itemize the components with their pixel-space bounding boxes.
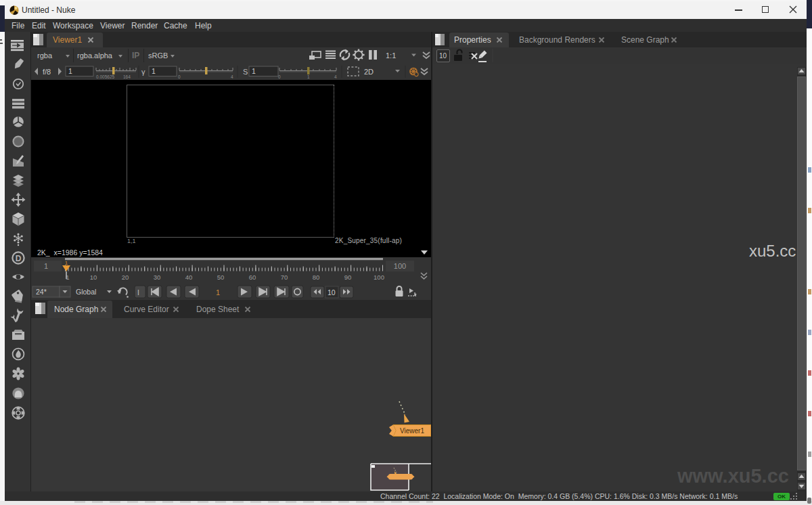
svg-text:30: 30 xyxy=(154,273,161,281)
svg-text:60: 60 xyxy=(249,273,256,281)
svg-text:Viewer1: Viewer1 xyxy=(400,427,424,435)
svg-text:100: 100 xyxy=(374,273,384,281)
svg-text:Global: Global xyxy=(76,288,96,296)
svg-text:100: 100 xyxy=(394,262,406,270)
svg-text:10: 10 xyxy=(328,288,336,297)
svg-text:4: 4 xyxy=(334,74,337,79)
svg-text:I: I xyxy=(137,288,139,297)
svg-text:0.005625: 0.005625 xyxy=(96,74,114,79)
svg-text:1: 1 xyxy=(307,74,310,79)
svg-text:1: 1 xyxy=(152,67,156,75)
svg-text:0: 0 xyxy=(278,74,281,79)
svg-text:50: 50 xyxy=(217,273,225,281)
svg-text:70: 70 xyxy=(281,273,288,281)
svg-text:1: 1 xyxy=(68,67,72,75)
svg-text:40: 40 xyxy=(185,273,193,281)
svg-text:S: S xyxy=(243,68,248,76)
svg-text:24*: 24* xyxy=(36,288,47,296)
svg-text:10: 10 xyxy=(90,273,97,281)
svg-text:1: 1 xyxy=(216,288,220,297)
svg-text:γ: γ xyxy=(141,68,145,76)
svg-text:1:1: 1:1 xyxy=(386,51,396,60)
svg-text:1: 1 xyxy=(65,260,68,266)
svg-text:D: D xyxy=(16,254,22,263)
svg-text:4: 4 xyxy=(231,74,233,79)
svg-text:80: 80 xyxy=(313,273,320,281)
svg-text:164: 164 xyxy=(123,74,131,79)
svg-text:90: 90 xyxy=(344,273,352,281)
svg-text:f/8: f/8 xyxy=(43,68,51,76)
svg-text:1: 1 xyxy=(44,262,48,270)
svg-text:20: 20 xyxy=(122,273,129,281)
svg-text:0: 0 xyxy=(178,74,181,79)
svg-text:1: 1 xyxy=(252,67,256,75)
svg-text:2D: 2D xyxy=(364,68,374,76)
